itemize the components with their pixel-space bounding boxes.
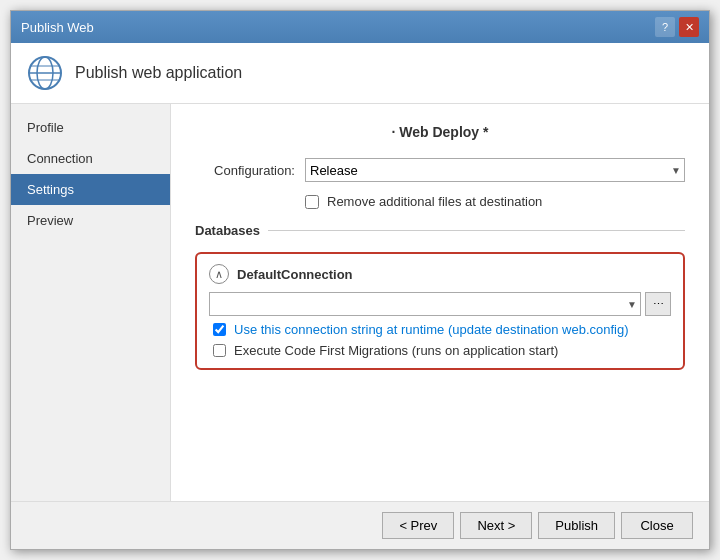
db-box-header: ∧ DefaultConnection bbox=[209, 264, 671, 284]
execute-migrations-label: Execute Code First Migrations (runs on a… bbox=[234, 343, 558, 358]
title-bar-controls: ? ✕ bbox=[655, 17, 699, 37]
db-input-wrapper: ▼ bbox=[209, 292, 641, 316]
prev-button[interactable]: < Prev bbox=[382, 512, 454, 539]
close-titlebar-button[interactable]: ✕ bbox=[679, 17, 699, 37]
execute-migrations-checkbox[interactable] bbox=[213, 344, 226, 357]
databases-divider: Databases bbox=[195, 223, 685, 238]
databases-divider-line bbox=[268, 230, 685, 231]
sidebar-item-profile[interactable]: Profile bbox=[11, 112, 170, 143]
databases-label: Databases bbox=[195, 223, 260, 238]
publish-button[interactable]: Publish bbox=[538, 512, 615, 539]
dialog-title: Publish Web bbox=[21, 20, 94, 35]
configuration-row: Configuration: Debug Release ▼ bbox=[195, 158, 685, 182]
sidebar-item-settings[interactable]: Settings bbox=[11, 174, 170, 205]
configuration-label: Configuration: bbox=[195, 163, 295, 178]
default-connection-name: DefaultConnection bbox=[237, 267, 353, 282]
header-area: Publish web application bbox=[11, 43, 709, 104]
title-bar: Publish Web ? ✕ bbox=[11, 11, 709, 43]
header-title: Publish web application bbox=[75, 64, 242, 82]
browse-icon: ⋯ bbox=[653, 298, 664, 311]
db-input-row: ▼ ⋯ bbox=[209, 292, 671, 316]
next-button[interactable]: Next > bbox=[460, 512, 532, 539]
help-button[interactable]: ? bbox=[655, 17, 675, 37]
main-area: Profile Connection Settings Preview · We… bbox=[11, 104, 709, 501]
sidebar-item-connection[interactable]: Connection bbox=[11, 143, 170, 174]
remove-files-row: Remove additional files at destination bbox=[305, 194, 685, 209]
sidebar-item-preview[interactable]: Preview bbox=[11, 205, 170, 236]
sidebar: Profile Connection Settings Preview bbox=[11, 104, 171, 501]
use-runtime-row: Use this connection string at runtime (u… bbox=[213, 322, 671, 337]
publish-web-dialog: Publish Web ? ✕ Publish web application … bbox=[10, 10, 710, 550]
collapse-icon[interactable]: ∧ bbox=[209, 264, 229, 284]
footer: < Prev Next > Publish Close bbox=[11, 501, 709, 549]
use-runtime-checkbox[interactable] bbox=[213, 323, 226, 336]
section-title: · Web Deploy * bbox=[195, 124, 685, 140]
connection-string-input[interactable] bbox=[209, 292, 641, 316]
globe-icon bbox=[27, 55, 63, 91]
remove-files-label: Remove additional files at destination bbox=[327, 194, 542, 209]
default-connection-box: ∧ DefaultConnection ▼ ⋯ Use this connect… bbox=[195, 252, 685, 370]
title-bar-left: Publish Web bbox=[21, 20, 94, 35]
close-button[interactable]: Close bbox=[621, 512, 693, 539]
use-runtime-label: Use this connection string at runtime (u… bbox=[234, 322, 629, 337]
remove-files-checkbox[interactable] bbox=[305, 195, 319, 209]
content-area: · Web Deploy * Configuration: Debug Rele… bbox=[171, 104, 709, 501]
configuration-select-wrapper: Debug Release ▼ bbox=[305, 158, 685, 182]
connection-string-browse-button[interactable]: ⋯ bbox=[645, 292, 671, 316]
configuration-select[interactable]: Debug Release bbox=[305, 158, 685, 182]
execute-migrations-row: Execute Code First Migrations (runs on a… bbox=[213, 343, 671, 358]
